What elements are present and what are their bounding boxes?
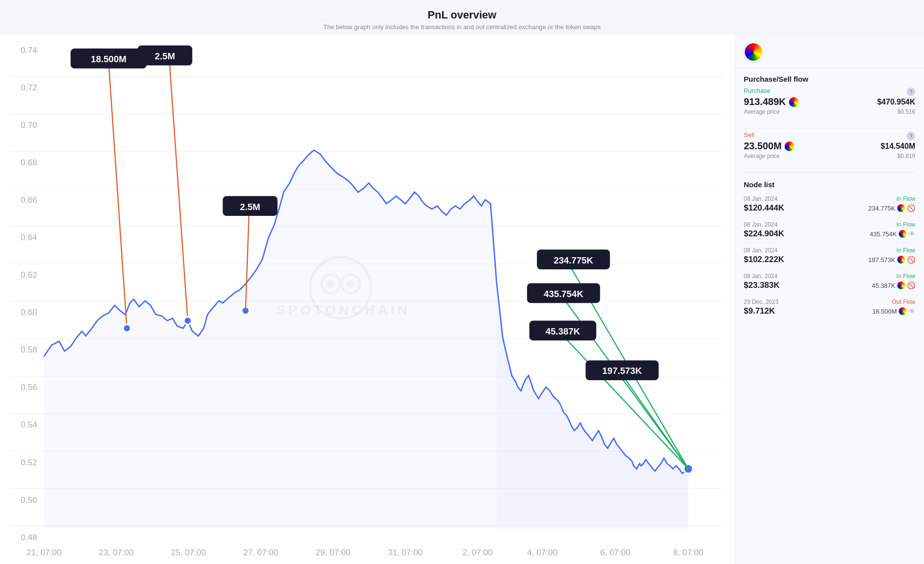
purchase-rainbow-icon [789,97,799,107]
node-rainbow-icon [897,256,905,264]
node-date: 08 Jan, 2024 In Flow [744,247,915,254]
svg-text:0.60: 0.60 [21,307,37,317]
sell-avg-label: Average price [744,153,780,159]
purchase-help-icon[interactable]: ? [907,88,915,96]
sell-label: Sell [744,131,754,139]
sell-rainbow-icon [785,141,794,151]
svg-text:18.500M: 18.500M [91,54,126,64]
chart-footer: Inflow Outflow Amount Group by: 1 hour 4… [10,559,725,564]
svg-text:8, 07:00: 8, 07:00 [673,547,703,557]
node-usd: $102.222K [744,255,784,264]
purchase-amount: 913.489K [744,96,799,107]
node-item: 08 Jan, 2024 In Flow $120.444K 234.775K … [735,192,924,217]
node-flow-label: In Flow [896,247,915,254]
node-tokens: 45.387K 🚫 [872,282,915,289]
svg-text:4, 07:00: 4, 07:00 [527,547,557,557]
node-date: 08 Jan, 2024 In Flow [744,273,915,280]
svg-point-41 [347,280,355,288]
svg-text:0.48: 0.48 [21,532,37,542]
divider-2 [744,172,915,173]
node-item: 08 Jan, 2024 In Flow $102.222K 197.573K … [735,243,924,269]
svg-text:197.573K: 197.573K [602,366,642,376]
node-item: 08 Jan, 2024 In Flow $23.383K 45.387K 🚫 [735,269,924,295]
sell-flow-row: 23.500M $14.540M [744,141,915,152]
sell-block: Sell ? 23.500M $14.540M Average price $0… [735,131,924,169]
svg-text:6, 07:00: 6, 07:00 [600,547,630,557]
svg-text:0.58: 0.58 [21,345,37,354]
purchase-block: Purchase ? 913.489K $470.954K Average pr… [735,87,924,125]
svg-text:31, 07:00: 31, 07:00 [388,547,423,557]
node-list: 08 Jan, 2024 In Flow $120.444K 234.775K … [735,192,924,320]
eye-visible-icon[interactable]: 👁 [908,307,915,315]
purchase-usd: $470.954K [877,98,915,106]
svg-text:2.5M: 2.5M [240,201,260,212]
node-list-title: Node list [735,176,924,192]
svg-text:0.74: 0.74 [21,45,37,55]
node-rainbow-icon [897,282,905,289]
svg-text:435.754K: 435.754K [544,289,583,299]
svg-text:0.68: 0.68 [21,158,37,167]
eye-hidden-icon[interactable]: 🚫 [907,282,915,289]
page-subtitle: The below graph only includes the transa… [0,23,924,31]
page-header: PnL overview The below graph only includ… [0,0,924,35]
purchase-sell-section-title: Purchase/Sell flow [735,68,924,87]
svg-text:0.72: 0.72 [21,83,37,92]
node-rainbow-icon [899,230,907,238]
node-tokens: 197.573K 🚫 [868,256,915,264]
sell-usd: $14.540M [881,142,915,151]
sell-help-icon[interactable]: ? [907,132,915,141]
node-usd: $224.904K [744,229,784,239]
node-date: 29 Dec, 2023 Out Flow [744,299,915,305]
svg-text:0.52: 0.52 [21,457,37,467]
svg-text:0.50: 0.50 [21,494,37,504]
svg-text:SPOTONCHAIN: SPOTONCHAIN [276,302,411,317]
sell-avg-row: Average price $0.619 [744,153,915,159]
node-flow-label: In Flow [896,221,915,228]
svg-text:0.54: 0.54 [21,420,37,429]
node-tokens: 234.775K 🚫 [868,204,915,212]
divider-1 [744,128,915,128]
main-content: 0.74 0.72 0.70 0.68 0.66 0.64 0.62 0.60 … [0,35,924,564]
svg-text:23, 07:00: 23, 07:00 [99,547,134,557]
right-panel: Purchase/Sell flow Purchase ? 913.489K $… [735,35,924,564]
eye-hidden-icon[interactable]: 🚫 [907,256,915,264]
node-date: 08 Jan, 2024 In Flow [744,195,915,202]
svg-text:234.775K: 234.775K [554,255,594,265]
svg-point-18 [123,324,131,332]
node-date: 08 Jan, 2024 In Flow [744,221,915,228]
purchase-avg-value: $0.516 [897,108,915,115]
node-usd: $120.444K [744,203,784,213]
svg-point-40 [327,280,335,288]
node-tokens: 435.754K 👁 [870,230,915,238]
svg-text:45.387K: 45.387K [546,326,580,336]
sell-amount: 23.500M [744,141,794,152]
svg-text:21, 07:00: 21, 07:00 [27,547,62,557]
chart-section: 0.74 0.72 0.70 0.68 0.66 0.64 0.62 0.60 … [0,35,735,564]
node-rainbow-icon [897,204,905,212]
svg-text:2, 07:00: 2, 07:00 [462,547,493,557]
svg-text:27, 07:00: 27, 07:00 [243,547,278,557]
chart-wrapper: 0.74 0.72 0.70 0.68 0.66 0.64 0.62 0.60 … [10,39,725,559]
node-flow-label: In Flow [896,195,915,202]
eye-hidden-icon[interactable]: 🚫 [907,204,915,212]
node-tokens: 18.500M 👁 [872,307,915,315]
purchase-avg-label: Average price [744,108,780,115]
node-bottom-row: $9.712K 18.500M 👁 [744,306,915,316]
svg-text:0.70: 0.70 [21,120,37,130]
node-usd: $23.383K [744,281,780,290]
purchase-avg-row: Average price $0.516 [744,108,915,115]
node-bottom-row: $224.904K 435.754K 👁 [744,229,915,239]
svg-text:0.64: 0.64 [21,232,37,242]
svg-text:0.56: 0.56 [21,382,37,392]
node-item: 29 Dec, 2023 Out Flow $9.712K 18.500M 👁 [735,295,924,320]
svg-point-19 [184,317,192,325]
node-rainbow-icon [899,307,907,315]
token-logo [744,42,763,62]
price-chart: 0.74 0.72 0.70 0.68 0.66 0.64 0.62 0.60 … [10,39,725,559]
eye-visible-icon[interactable]: 👁 [908,230,915,238]
panel-logo [735,35,924,68]
svg-text:29, 07:00: 29, 07:00 [316,547,351,557]
node-item: 08 Jan, 2024 In Flow $224.904K 435.754K … [735,217,924,243]
node-bottom-row: $23.383K 45.387K 🚫 [744,281,915,290]
purchase-label: Purchase [744,87,770,94]
